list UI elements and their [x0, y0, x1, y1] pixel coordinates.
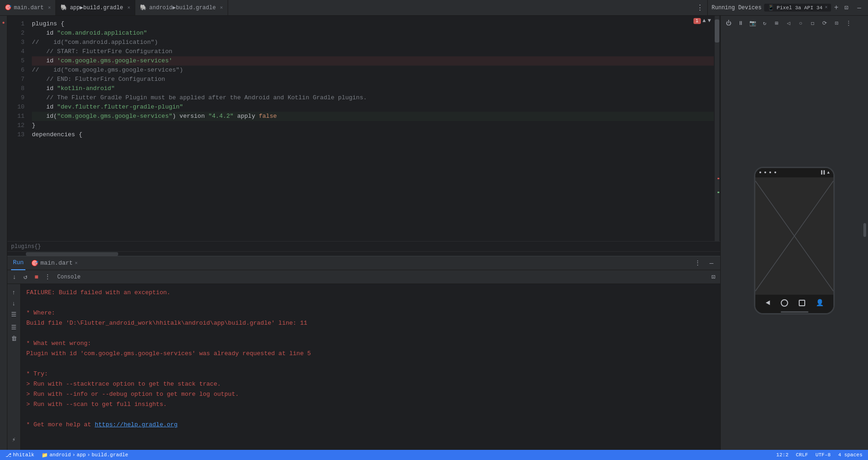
run-tab-main-label: main.dart [40, 260, 72, 266]
output-line-blank-3 [26, 359, 715, 369]
device-tab-close[interactable]: × [825, 5, 827, 10]
terminal-icon[interactable]: ⚡ [9, 435, 18, 444]
output-line-1: FAILURE: Build failed with an exception. [26, 288, 715, 298]
layout-btn[interactable]: ⊡ [708, 272, 718, 282]
output-line-wrong: * What went wrong: [26, 339, 715, 349]
phone-status-bar: ● ● ● ● ▐▐ ▲ [755, 168, 833, 177]
code-content[interactable]: plugins { id "com.android.application" /… [28, 16, 714, 241]
output-line-plugin-error: Plugin with id 'com.google.gms.google-se… [26, 349, 715, 359]
code-line-2: id "com.android.application" [32, 29, 714, 38]
phone-recents-icon[interactable] [799, 300, 805, 306]
run-tab-run[interactable]: Run [11, 256, 25, 270]
power-btn[interactable]: ⏻ [723, 18, 734, 29]
status-branch[interactable]: ⎇ hhitalk [4, 452, 36, 458]
minimize-running-devices[interactable]: — [854, 3, 864, 13]
scroll-up-icon[interactable]: ↑ [9, 288, 18, 297]
back-btn[interactable]: ◁ [784, 18, 794, 29]
output-line-blank-4 [26, 410, 715, 420]
clear-icon[interactable]: 🗑 [9, 334, 18, 343]
device-panel: ⏻ ⏸ 📷 ↻ ⊞ ◁ ○ ◻ ⟳ ⊡ ⋮ ● ● ● ● ▐▐ ▲ [720, 16, 868, 450]
phone-screen-svg [755, 177, 833, 295]
settings-console-icon[interactable]: ☰ [9, 323, 18, 332]
h-scrollbar-thumb[interactable] [26, 252, 118, 256]
status-indent[interactable]: 4 spaces [836, 452, 864, 458]
error-chevron-up[interactable]: ▲ [703, 18, 706, 24]
scroll-down-icon[interactable]: ↓ [9, 299, 18, 308]
running-devices-title: Running Devices [711, 5, 761, 11]
phone-status-left: ● ● ● ● [759, 170, 777, 175]
left-gutter: ● [0, 16, 7, 450]
screenshot-btn[interactable]: 📷 [747, 18, 758, 29]
scrollbar-thumb[interactable] [715, 19, 719, 42]
status-encoding[interactable]: UTF-8 [814, 452, 832, 458]
console-area: ↑ ↓ ☰ ☰ 🗑 ⚡ FAILURE: Build failed with a… [7, 284, 720, 450]
main-content: ● 1 ▲ ▼ 1 2 3 4 5 6 7 8 9 10 11 [0, 16, 868, 450]
console-tab[interactable]: Console [54, 270, 84, 284]
gradle-help-link[interactable]: https://help.gradle.org [95, 421, 177, 428]
toolbar-more-btn[interactable]: ⋮ [42, 272, 53, 282]
line-num-11: 11 [13, 112, 24, 121]
home-btn[interactable]: ○ [796, 18, 806, 29]
code-line-1: plugins { [32, 19, 714, 29]
status-position[interactable]: 12:2 [774, 452, 790, 458]
run-tab-main-dart[interactable]: 🎯 main.dart × [29, 256, 79, 270]
run-tab-dart-icon: 🎯 [31, 260, 38, 267]
code-line-3: // id("com.android.application") [32, 38, 714, 47]
line-num-6: 6 [13, 66, 24, 75]
phone-status-right: ▐▐ ▲ [820, 170, 830, 175]
fold-btn[interactable]: ⊞ [772, 18, 782, 29]
tab-close-main-dart[interactable]: × [48, 5, 51, 11]
line-num-9: 9 [13, 93, 24, 103]
status-line-ending[interactable]: CRLF [794, 452, 810, 458]
stop-btn[interactable]: ■ [31, 272, 42, 282]
tab-close-android-build[interactable]: × [220, 5, 223, 11]
line-num-1: 1 [13, 19, 24, 29]
output-line-where: * Where: [26, 308, 715, 318]
run-panel-minimize[interactable]: — [706, 258, 717, 268]
horizontal-scrollbar[interactable] [7, 251, 720, 256]
run-tab-close[interactable]: × [75, 260, 78, 266]
phone-user-icon[interactable]: 👤 [816, 299, 824, 307]
filter-icon[interactable]: ☰ [9, 310, 18, 319]
code-line-6: // id("com.google.gms.google-services") [32, 66, 714, 75]
run-panel-menu[interactable]: ⋮ [693, 258, 703, 268]
output-line-buildfile: Build file 'D:\Flutter_android_work\hhit… [26, 318, 715, 328]
error-indicator-1 [717, 178, 719, 179]
phone-screen[interactable] [755, 177, 833, 295]
tab-menu-button[interactable]: ⋮ [696, 3, 704, 12]
line-num-12: 12 [13, 121, 24, 130]
tab-label-app-build: app▶build.gradle [70, 4, 123, 11]
status-path[interactable]: 📁 android › app › build.gradle [40, 452, 130, 458]
phone-back-icon[interactable] [766, 301, 770, 305]
git-icon: ⎇ [6, 452, 12, 458]
console-output[interactable]: FAILURE: Build failed with an exception.… [21, 284, 720, 450]
home-bar [781, 311, 808, 313]
tab-main-dart[interactable]: 🎯 main.dart × [0, 0, 56, 15]
device-tab-label: Pixel 3a API 34 [777, 5, 822, 11]
add-device-button[interactable]: + [834, 4, 838, 12]
scroll-to-bottom-btn[interactable]: ↓ [9, 272, 19, 282]
rerun-btn[interactable]: ↺ [20, 272, 30, 282]
error-chevron-down[interactable]: ▼ [708, 18, 711, 24]
pause-btn[interactable]: ⏸ [735, 18, 746, 29]
more-device-btn[interactable]: ⋮ [844, 18, 854, 29]
recents-btn[interactable]: ◻ [808, 18, 818, 29]
device-tab-pixel[interactable]: 📱 Pixel 3a API 34 × [764, 4, 831, 12]
rotate-btn[interactable]: ↻ [760, 18, 770, 29]
refresh-btn[interactable]: ⟳ [820, 18, 830, 29]
tab-app-build-gradle[interactable]: 🐘 app▶build.gradle × [56, 0, 135, 15]
tab-android-build-gradle[interactable]: 🐘 android▶build.gradle × [135, 0, 228, 15]
phone-home-indicator [755, 311, 833, 313]
error-count-area: 1 ▲ ▼ [693, 18, 711, 24]
phone-home-icon[interactable] [781, 299, 788, 307]
breadcrumb: plugins{} [7, 241, 720, 251]
line-num-13: 13 [13, 130, 24, 139]
resize-running-devices[interactable]: ⊡ [841, 3, 851, 13]
tab-close-app-build[interactable]: × [127, 5, 131, 11]
code-editor: 1 ▲ ▼ 1 2 3 4 5 6 7 8 9 10 11 12 13 [7, 16, 720, 241]
code-line-7: // END: FlutterFire Configuration [32, 75, 714, 84]
panel-resize-handle[interactable] [863, 223, 866, 237]
editor-scrollbar[interactable] [714, 16, 720, 241]
tab-bar-right: ⋮ [696, 3, 707, 12]
zoom-btn[interactable]: ⊡ [832, 18, 842, 29]
